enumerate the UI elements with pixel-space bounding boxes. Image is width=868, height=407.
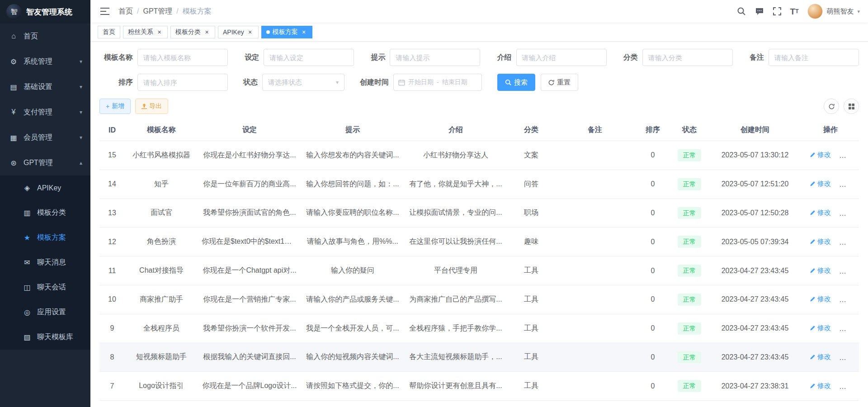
cell-sort: 0 xyxy=(635,401,671,407)
cell-name: 面试官 xyxy=(125,199,198,227)
sidebar-item-chat-message[interactable]: ✉聊天消息 xyxy=(0,250,90,275)
tag-label: APIKey xyxy=(223,28,244,36)
cell-prompt: 请按照如下格式提交，你的... xyxy=(301,372,404,401)
font-size-icon[interactable]: TT xyxy=(790,7,799,16)
hamburger-icon[interactable] xyxy=(99,5,111,17)
edit-button[interactable]: 修改 xyxy=(810,151,831,159)
edit-button[interactable]: 修改 xyxy=(810,382,831,390)
cell-name: 商家推广助手 xyxy=(125,285,198,314)
search-icon[interactable] xyxy=(737,7,746,16)
chevron-down-icon: ▾ xyxy=(80,58,82,65)
fullscreen-icon[interactable] xyxy=(773,7,781,15)
delete-button-label: 删除 xyxy=(847,353,859,361)
cell-name: Logo设计指引 xyxy=(125,372,198,401)
close-icon[interactable]: × xyxy=(247,28,254,35)
sidebar-item-gpt[interactable]: ⊛GPT管理▴ xyxy=(0,150,90,175)
sidebar-item-label: 模板方案 xyxy=(37,233,66,242)
sidebar-item-app-settings[interactable]: ◎应用设置 xyxy=(0,300,90,325)
star-icon: ★ xyxy=(22,233,33,242)
edit-button[interactable]: 修改 xyxy=(810,266,831,275)
search-button[interactable]: 搜索 xyxy=(497,74,535,91)
username: 萌熊智友 xyxy=(826,7,854,16)
edit-button[interactable]: 修改 xyxy=(810,295,831,303)
sidebar-item-payment[interactable]: ¥支付管理▾ xyxy=(0,99,90,125)
cell-id: 12 xyxy=(99,227,125,256)
sidebar-item-home[interactable]: ⌂首页 xyxy=(0,24,90,49)
filter-input[interactable] xyxy=(642,49,733,66)
navbar: 首页 / GPT管理 / 模板方案 TT 萌熊智友 xyxy=(90,0,868,23)
export-button[interactable]: 导出 xyxy=(135,99,168,114)
close-icon[interactable]: × xyxy=(301,28,307,35)
edit-button[interactable]: 修改 xyxy=(810,208,831,217)
date-range-picker[interactable]: 开始日期 - 结束日期 xyxy=(393,74,482,91)
sidebar-item-template-plan[interactable]: ★模板方案 xyxy=(0,225,90,250)
tag-label: 粉丝关系 xyxy=(128,28,153,36)
edit-button[interactable]: 修改 xyxy=(810,353,831,361)
cell-prompt: 输入你想发布的内容关键词... xyxy=(301,141,404,170)
cell-setting: 我希望你扮演一个软件开发... xyxy=(198,314,301,343)
cell-remark xyxy=(555,256,635,285)
app-logo[interactable]: 智友管理系统 智 智友管理系统 xyxy=(0,0,90,24)
add-button[interactable]: + 新增 xyxy=(99,99,131,114)
tag-粉丝关系[interactable]: 粉丝关系× xyxy=(123,26,168,38)
columns-toggle-icon[interactable] xyxy=(844,99,859,114)
filter-input[interactable] xyxy=(137,49,228,66)
cell-setting: 你现在是小红书好物分享达... xyxy=(198,141,301,170)
cell-status: 正常 xyxy=(671,199,708,227)
chart-icon: ◫ xyxy=(22,283,33,292)
sidebar-item-system[interactable]: ⚙系统管理▾ xyxy=(0,49,90,74)
filter-input[interactable] xyxy=(769,49,859,66)
filter-input[interactable] xyxy=(264,49,354,66)
close-icon[interactable]: × xyxy=(156,28,163,35)
close-icon[interactable]: × xyxy=(203,28,210,35)
filter-label: 状态 xyxy=(243,78,258,87)
edit-button[interactable]: 修改 xyxy=(810,180,831,188)
cell-name: 角色扮演 xyxy=(125,227,198,256)
start-date-placeholder: 开始日期 xyxy=(408,78,434,86)
filter-label: 提示 xyxy=(371,53,385,62)
refresh-icon[interactable] xyxy=(824,99,839,114)
tag-模板分类[interactable]: 模板分类× xyxy=(170,26,215,38)
tag-首页[interactable]: 首页 xyxy=(98,26,120,38)
edit-button[interactable]: 修改 xyxy=(810,324,831,332)
sidebar-item-chat-session[interactable]: ◫聊天会话 xyxy=(0,275,90,300)
tag-APIKey[interactable]: APIKey× xyxy=(218,26,259,38)
gear-icon: ⚙ xyxy=(8,57,19,66)
cell-sort: 0 xyxy=(635,285,671,314)
sidebar-item-label: 首页 xyxy=(24,32,38,41)
user-menu[interactable]: 萌熊智友 ▾ xyxy=(807,4,860,19)
table-row: 15小红书风格模拟器你现在是小红书好物分享达...输入你想发布的内容关键词...… xyxy=(99,141,859,170)
delete-button-label: 删除 xyxy=(847,266,859,275)
cell-sort: 0 xyxy=(635,199,671,227)
cell-remark xyxy=(555,401,635,407)
sidebar-item-basic[interactable]: ▤基础设置▾ xyxy=(0,74,90,99)
delete-button-label: 删除 xyxy=(847,295,859,303)
reset-button[interactable]: 重置 xyxy=(541,74,578,91)
edit-button-label: 修改 xyxy=(817,324,831,332)
column-header: 提示 xyxy=(301,119,404,141)
sort-input[interactable] xyxy=(137,74,228,91)
category-icon: ▥ xyxy=(22,208,33,217)
chevron-down-icon: ▾ xyxy=(336,79,339,85)
filter-input[interactable] xyxy=(516,49,607,66)
breadcrumb-home[interactable]: 首页 xyxy=(118,7,133,16)
breadcrumb-gpt[interactable]: GPT管理 xyxy=(143,7,172,16)
sidebar-item-label: 模板分类 xyxy=(37,208,66,218)
cell-created: 2023-04-27 23:38:31 xyxy=(708,372,802,401)
breadcrumb: 首页 / GPT管理 / 模板方案 xyxy=(118,7,212,16)
cell-actions: 修改删除 xyxy=(802,285,859,314)
status-badge: 正常 xyxy=(678,380,701,392)
cell-setting: 我希望你扮演面试官的角色... xyxy=(198,199,301,227)
sidebar-item-member[interactable]: ▦会员管理▾ xyxy=(0,125,90,150)
filter-input[interactable] xyxy=(390,49,480,66)
sidebar-item-chat-template-lib[interactable]: ▧聊天模板库 xyxy=(0,325,90,350)
tag-模板方案[interactable]: 模板方案× xyxy=(261,26,312,38)
sidebar-item-label: GPT管理 xyxy=(24,158,53,168)
edit-button[interactable]: 修改 xyxy=(810,237,831,246)
message-icon[interactable] xyxy=(755,7,764,16)
status-select[interactable]: 请选择状态 ▾ xyxy=(262,74,344,91)
sidebar-item-template-category[interactable]: ▥模板分类 xyxy=(0,200,90,225)
tag-label: 模板分类 xyxy=(175,28,201,36)
column-header: 备注 xyxy=(555,119,635,141)
sidebar-item-apikey[interactable]: ◈APIKey xyxy=(0,175,90,200)
